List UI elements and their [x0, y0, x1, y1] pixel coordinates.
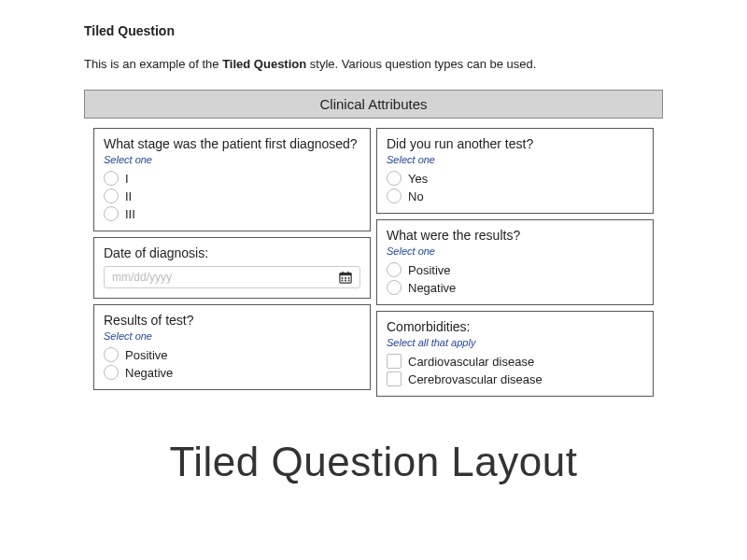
- radio-icon: [387, 171, 402, 186]
- question-label: What stage was the patient first diagnos…: [104, 136, 360, 151]
- option-label: No: [408, 189, 424, 203]
- intro-text: This is an example of the Tiled Question…: [84, 57, 663, 71]
- question-label: Comorbidities:: [387, 319, 643, 334]
- options-group: I II III: [104, 171, 360, 221]
- option-label: Negative: [125, 366, 173, 380]
- option-positive[interactable]: Positive: [104, 347, 360, 362]
- svg-rect-8: [345, 280, 346, 282]
- tile-test-results: Results of test? Select one Positive Neg…: [93, 304, 371, 390]
- radio-icon: [104, 206, 119, 221]
- option-label: Cardiovascular disease: [408, 355, 534, 369]
- right-column: Did you run another test? Select one Yes…: [376, 128, 654, 397]
- option-label: Positive: [125, 348, 168, 362]
- section-header: Clinical Attributes: [84, 90, 663, 119]
- intro-bold: Tiled Question: [222, 57, 306, 71]
- option-stage-1[interactable]: I: [104, 171, 360, 186]
- radio-icon: [387, 280, 402, 295]
- option-label: Negative: [408, 281, 456, 295]
- intro-prefix: This is an example of the: [84, 57, 222, 71]
- svg-rect-9: [348, 280, 350, 282]
- svg-rect-6: [348, 277, 350, 279]
- question-hint: Select one: [387, 245, 643, 257]
- radio-icon: [104, 189, 119, 203]
- question-hint: Select one: [104, 154, 360, 165]
- option-label: II: [125, 189, 132, 203]
- left-column: What stage was the patient first diagnos…: [93, 128, 371, 397]
- option-no[interactable]: No: [387, 189, 643, 203]
- tile-diagnosis-date: Date of diagnosis: mm/dd/yyyy: [93, 237, 371, 299]
- option-stage-2[interactable]: II: [104, 189, 360, 203]
- option-positive[interactable]: Positive: [387, 262, 643, 277]
- svg-rect-4: [342, 277, 344, 279]
- option-stage-3[interactable]: III: [104, 206, 360, 221]
- svg-rect-2: [343, 272, 344, 274]
- option-yes[interactable]: Yes: [387, 171, 643, 186]
- question-label: Date of diagnosis:: [104, 245, 360, 260]
- option-negative[interactable]: Negative: [104, 365, 360, 380]
- radio-icon: [387, 189, 402, 203]
- page-heading: Tiled Question: [84, 23, 663, 38]
- radio-icon: [104, 347, 119, 362]
- tile-what-results: What were the results? Select one Positi…: [376, 219, 654, 305]
- svg-rect-1: [340, 273, 351, 276]
- option-negative[interactable]: Negative: [387, 280, 643, 295]
- question-label: Results of test?: [104, 313, 360, 328]
- option-label: Positive: [408, 263, 451, 277]
- checkbox-icon: [387, 371, 402, 386]
- radio-icon: [387, 262, 402, 277]
- option-cardiovascular[interactable]: Cardiovascular disease: [387, 354, 643, 369]
- option-label: Cerebrovascular disease: [408, 372, 543, 386]
- question-hint: Select one: [104, 330, 360, 342]
- question-hint: Select all that apply: [387, 337, 643, 348]
- options-group: Cardiovascular disease Cerebrovascular d…: [387, 354, 643, 386]
- date-placeholder: mm/dd/yyyy: [112, 271, 172, 284]
- option-label: I: [125, 172, 129, 186]
- intro-suffix: style. Various question types can be use…: [306, 57, 536, 71]
- tile-comorbidities: Comorbidities: Select all that apply Car…: [376, 311, 654, 397]
- date-input[interactable]: mm/dd/yyyy: [104, 266, 360, 288]
- svg-rect-3: [347, 272, 348, 274]
- option-label: Yes: [408, 172, 428, 186]
- svg-rect-7: [342, 280, 344, 282]
- tile-stage: What stage was the patient first diagnos…: [93, 128, 371, 231]
- radio-icon: [104, 365, 119, 380]
- options-group: Positive Negative: [387, 262, 643, 295]
- question-label: What were the results?: [387, 228, 643, 243]
- checkbox-icon: [387, 354, 402, 369]
- svg-rect-5: [345, 277, 346, 279]
- tile-another-test: Did you run another test? Select one Yes…: [376, 128, 654, 214]
- options-group: Yes No: [387, 171, 643, 203]
- calendar-icon: [339, 271, 352, 284]
- option-cerebrovascular[interactable]: Cerebrovascular disease: [387, 371, 643, 386]
- tile-columns: What stage was the patient first diagnos…: [84, 128, 663, 397]
- options-group: Positive Negative: [104, 347, 360, 380]
- radio-icon: [104, 171, 119, 186]
- question-label: Did you run another test?: [387, 136, 643, 151]
- option-label: III: [125, 207, 135, 221]
- layout-caption: Tiled Question Layout: [0, 439, 747, 485]
- question-hint: Select one: [387, 154, 643, 165]
